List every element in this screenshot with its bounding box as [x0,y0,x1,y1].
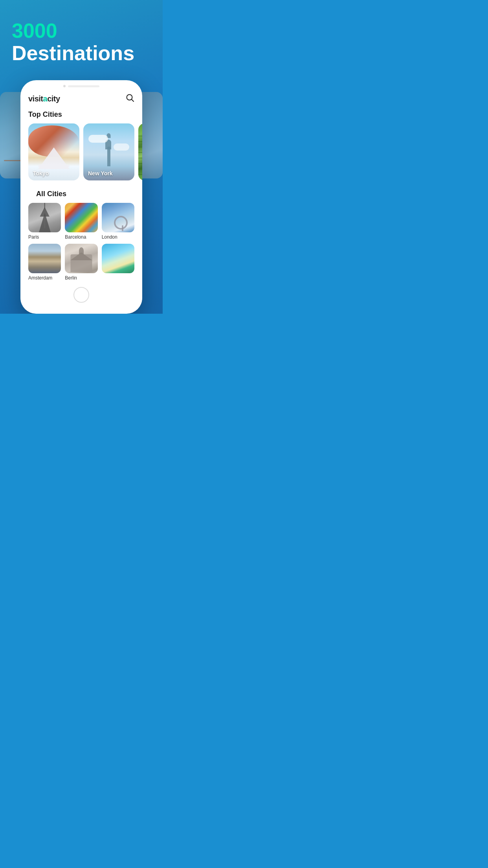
logo-accent: a [43,94,48,103]
notch-line [68,85,99,87]
city-grid-berlin[interactable]: Berlin [65,244,97,281]
phone-mockup: visitacity Top Cities [20,80,142,314]
city-card-newyork-label: New York [88,170,113,177]
cities-grid: Paris Barcelona London [28,203,134,281]
logo-text-visit: visit [28,94,43,103]
hero-title-text: Destinations [12,42,134,64]
city-name-berlin: Berlin [65,275,97,281]
phone-section: visitacity Top Cities [0,80,163,314]
city-grid-london[interactable]: London [102,203,134,240]
city-name-barcelona: Barcelona [65,234,97,240]
hero-number: 3000 [12,19,57,42]
city-grid-barcelona[interactable]: Barcelona [65,203,97,240]
app-header: visitacity [20,90,142,110]
svg-line-1 [132,99,134,102]
city-name-amsterdam: Amsterdam [28,275,61,281]
city-img-beach [102,244,134,273]
city-img-berlin [65,244,97,273]
hero-section: 3000 Destinations [0,0,163,76]
city-grid-amsterdam[interactable]: Amsterdam [28,244,61,281]
city-card-vietnam[interactable]: Vietnam [138,123,142,180]
city-card-tokyo-label: Tokyo [33,170,49,177]
city-img-barcelona [65,203,97,232]
search-button[interactable] [126,94,134,104]
phone-notch [20,80,142,90]
all-cities-title: All Cities [28,190,134,203]
logo-text-city: city [47,94,60,103]
city-name-paris: Paris [28,234,61,240]
top-cities-section: Top Cities Tokyo [20,110,142,180]
city-img-amsterdam [28,244,61,273]
city-img-paris [28,203,61,232]
app-background: 3000 Destinations visitacity [0,0,163,314]
city-img-london [102,203,134,232]
all-cities-section: All Cities Paris [20,190,142,281]
phone-home-button-area [20,281,142,306]
city-card-newyork[interactable]: New York [83,123,134,180]
phone-home-button[interactable] [73,287,89,303]
city-name-london: London [102,234,134,240]
top-cities-scroll[interactable]: Tokyo New York [20,123,142,180]
city-grid-paris[interactable]: Paris [28,203,61,240]
top-cities-title: Top Cities [20,110,142,123]
city-grid-beach[interactable] [102,244,134,281]
city-card-tokyo[interactable]: Tokyo [28,123,79,180]
notch-dot [63,85,66,87]
app-logo: visitacity [28,94,60,103]
hero-title: 3000 Destinations [12,20,151,64]
